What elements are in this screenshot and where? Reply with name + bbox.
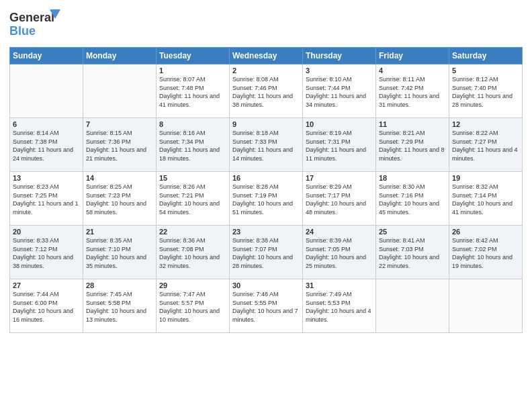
calendar-cell: 23Sunrise: 8:38 AMSunset: 7:07 PMDayligh… [230, 226, 303, 279]
day-number: 28 [86, 281, 153, 289]
day-info: Sunrise: 8:10 AMSunset: 7:44 PMDaylight:… [306, 75, 373, 109]
logo: General Blue [9, 7, 63, 43]
calendar-cell: 25Sunrise: 8:41 AMSunset: 7:03 PMDayligh… [376, 226, 449, 279]
day-info: Sunrise: 7:48 AMSunset: 5:55 PMDaylight:… [232, 290, 300, 324]
day-number: 27 [13, 281, 80, 289]
calendar-cell [449, 279, 523, 333]
calendar-cell: 19Sunrise: 8:32 AMSunset: 7:14 PMDayligh… [449, 172, 523, 226]
calendar-cell: 26Sunrise: 8:42 AMSunset: 7:02 PMDayligh… [449, 226, 523, 279]
day-number: 14 [86, 174, 153, 182]
calendar-cell: 11Sunrise: 8:21 AMSunset: 7:29 PMDayligh… [376, 118, 449, 172]
day-number: 19 [452, 174, 519, 182]
calendar-cell: 12Sunrise: 8:22 AMSunset: 7:27 PMDayligh… [449, 118, 523, 172]
day-info: Sunrise: 8:07 AMSunset: 7:48 PMDaylight:… [159, 75, 226, 109]
day-number: 20 [13, 228, 80, 236]
calendar-week-row: 6Sunrise: 8:14 AMSunset: 7:38 PMDaylight… [10, 118, 523, 172]
day-number: 3 [306, 66, 373, 75]
calendar-cell: 20Sunrise: 8:33 AMSunset: 7:12 PMDayligh… [10, 226, 83, 279]
calendar-cell: 8Sunrise: 8:16 AMSunset: 7:34 PMDaylight… [157, 118, 230, 172]
day-number: 7 [86, 120, 153, 128]
day-info: Sunrise: 8:36 AMSunset: 7:08 PMDaylight:… [159, 236, 226, 270]
calendar-cell: 27Sunrise: 7:44 AMSunset: 6:00 PMDayligh… [10, 279, 83, 333]
day-number: 31 [306, 281, 373, 289]
calendar-cell [376, 279, 449, 333]
day-number: 4 [379, 66, 446, 75]
weekday-header: Friday [376, 48, 449, 64]
day-number: 25 [379, 228, 446, 236]
weekday-header: Wednesday [230, 48, 303, 64]
page-container: General Blue SundayMondayTuesdayWednesda… [0, 0, 532, 411]
day-info: Sunrise: 8:41 AMSunset: 7:03 PMDaylight:… [379, 236, 446, 270]
day-number: 11 [379, 120, 446, 128]
day-info: Sunrise: 8:18 AMSunset: 7:33 PMDaylight:… [232, 129, 300, 163]
day-number: 12 [452, 120, 519, 128]
day-number: 26 [452, 228, 519, 236]
day-info: Sunrise: 8:26 AMSunset: 7:21 PMDaylight:… [159, 183, 226, 216]
calendar-cell [10, 64, 83, 118]
day-info: Sunrise: 8:39 AMSunset: 7:05 PMDaylight:… [306, 236, 373, 270]
day-info: Sunrise: 7:47 AMSunset: 5:57 PMDaylight:… [159, 290, 226, 324]
day-info: Sunrise: 7:45 AMSunset: 5:58 PMDaylight:… [86, 290, 153, 324]
calendar-header-row: SundayMondayTuesdayWednesdayThursdayFrid… [10, 48, 523, 64]
calendar-cell: 29Sunrise: 7:47 AMSunset: 5:57 PMDayligh… [157, 279, 230, 333]
calendar-cell: 18Sunrise: 8:30 AMSunset: 7:16 PMDayligh… [376, 172, 449, 226]
day-info: Sunrise: 8:19 AMSunset: 7:31 PMDaylight:… [306, 129, 373, 163]
calendar-cell: 10Sunrise: 8:19 AMSunset: 7:31 PMDayligh… [303, 118, 376, 172]
calendar-cell: 5Sunrise: 8:12 AMSunset: 7:40 PMDaylight… [449, 64, 523, 118]
svg-text:General: General [9, 11, 54, 24]
day-number: 13 [13, 174, 80, 182]
calendar-cell: 15Sunrise: 8:26 AMSunset: 7:21 PMDayligh… [157, 172, 230, 226]
calendar-cell: 22Sunrise: 8:36 AMSunset: 7:08 PMDayligh… [157, 226, 230, 279]
calendar-cell: 4Sunrise: 8:11 AMSunset: 7:42 PMDaylight… [376, 64, 449, 118]
day-info: Sunrise: 8:14 AMSunset: 7:38 PMDaylight:… [13, 129, 80, 163]
day-info: Sunrise: 7:49 AMSunset: 5:53 PMDaylight:… [306, 290, 373, 324]
calendar-cell: 9Sunrise: 8:18 AMSunset: 7:33 PMDaylight… [230, 118, 303, 172]
day-info: Sunrise: 8:29 AMSunset: 7:17 PMDaylight:… [306, 183, 373, 216]
day-info: Sunrise: 8:35 AMSunset: 7:10 PMDaylight:… [86, 236, 153, 270]
day-number: 16 [232, 174, 300, 182]
day-number: 9 [232, 120, 300, 128]
day-info: Sunrise: 8:30 AMSunset: 7:16 PMDaylight:… [379, 183, 446, 216]
weekday-header: Monday [83, 48, 157, 64]
calendar-cell: 1Sunrise: 8:07 AMSunset: 7:48 PMDaylight… [157, 64, 230, 118]
day-number: 18 [379, 174, 446, 182]
day-number: 10 [306, 120, 373, 128]
day-info: Sunrise: 8:23 AMSunset: 7:25 PMDaylight:… [13, 183, 80, 216]
weekday-header: Tuesday [157, 48, 230, 64]
calendar-cell: 21Sunrise: 8:35 AMSunset: 7:10 PMDayligh… [83, 226, 157, 279]
day-info: Sunrise: 8:21 AMSunset: 7:29 PMDaylight:… [379, 129, 446, 163]
day-number: 30 [232, 281, 300, 289]
day-info: Sunrise: 8:42 AMSunset: 7:02 PMDaylight:… [452, 236, 519, 270]
calendar-cell: 28Sunrise: 7:45 AMSunset: 5:58 PMDayligh… [83, 279, 157, 333]
day-number: 29 [159, 281, 226, 289]
day-info: Sunrise: 8:22 AMSunset: 7:27 PMDaylight:… [452, 129, 519, 163]
day-info: Sunrise: 8:32 AMSunset: 7:14 PMDaylight:… [452, 183, 519, 216]
calendar-cell: 24Sunrise: 8:39 AMSunset: 7:05 PMDayligh… [303, 226, 376, 279]
calendar-cell: 13Sunrise: 8:23 AMSunset: 7:25 PMDayligh… [10, 172, 83, 226]
calendar-week-row: 20Sunrise: 8:33 AMSunset: 7:12 PMDayligh… [10, 226, 523, 279]
day-number: 5 [452, 66, 519, 75]
svg-text:Blue: Blue [9, 24, 36, 38]
calendar-cell: 3Sunrise: 8:10 AMSunset: 7:44 PMDaylight… [303, 64, 376, 118]
calendar-cell: 2Sunrise: 8:08 AMSunset: 7:46 PMDaylight… [230, 64, 303, 118]
header: General Blue [9, 7, 523, 43]
weekday-header: Saturday [449, 48, 523, 64]
day-info: Sunrise: 8:08 AMSunset: 7:46 PMDaylight:… [232, 75, 300, 109]
day-number: 21 [86, 228, 153, 236]
day-number: 24 [306, 228, 373, 236]
calendar-week-row: 27Sunrise: 7:44 AMSunset: 6:00 PMDayligh… [10, 279, 523, 333]
weekday-header: Thursday [303, 48, 376, 64]
day-info: Sunrise: 8:38 AMSunset: 7:07 PMDaylight:… [232, 236, 300, 270]
day-info: Sunrise: 8:12 AMSunset: 7:40 PMDaylight:… [452, 75, 519, 109]
day-number: 15 [159, 174, 226, 182]
day-number: 23 [232, 228, 300, 236]
day-number: 22 [159, 228, 226, 236]
day-info: Sunrise: 8:16 AMSunset: 7:34 PMDaylight:… [159, 129, 226, 163]
calendar-week-row: 13Sunrise: 8:23 AMSunset: 7:25 PMDayligh… [10, 172, 523, 226]
calendar-cell: 14Sunrise: 8:25 AMSunset: 7:23 PMDayligh… [83, 172, 157, 226]
calendar-cell: 16Sunrise: 8:28 AMSunset: 7:19 PMDayligh… [230, 172, 303, 226]
logo-svg: General Blue [9, 7, 70, 40]
day-number: 2 [232, 66, 300, 75]
day-info: Sunrise: 8:25 AMSunset: 7:23 PMDaylight:… [86, 183, 153, 216]
day-number: 8 [159, 120, 226, 128]
